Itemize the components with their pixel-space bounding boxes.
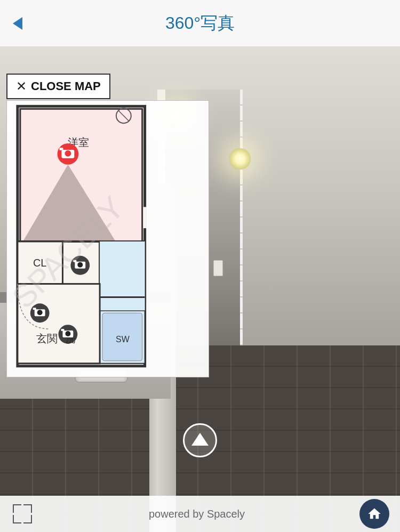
close-map-button[interactable]: ✕ CLOSE MAP [6,74,110,99]
page-title: 360°写真 [165,12,235,35]
expand-corner-bl [13,515,21,523]
ceiling-light-2 [229,148,251,170]
svg-rect-6 [59,148,63,150]
bottom-bar: powered by Spacely [0,496,400,532]
expand-corner-tl [13,504,21,513]
scene-container: ✕ CLOSE MAP 洋室 [0,47,400,532]
camera-laundry[interactable] [58,325,77,344]
close-icon: ✕ [16,79,27,94]
svg-point-34 [65,331,70,336]
expand-corner-tr [23,504,32,513]
floorplan-svg: 洋室 [7,101,209,377]
camera-active[interactable] [58,143,79,165]
expand-button[interactable] [11,502,34,526]
svg-text:SW: SW [116,335,130,344]
svg-text:玄関: 玄関 [36,333,58,344]
header: 360°写真 [0,0,400,47]
home-icon [367,506,382,521]
light-switch [213,260,223,276]
svg-point-5 [65,150,71,157]
svg-rect-35 [61,329,64,331]
svg-point-30 [37,310,43,315]
powered-by-label: powered by Spacely [149,508,245,520]
close-map-label: CLOSE MAP [31,79,101,93]
floorplan-overlay: 洋室 [6,100,209,377]
navigation-arrow[interactable] [183,423,217,457]
expand-corner-br [23,515,32,523]
up-arrow-icon [191,433,209,446]
svg-rect-16 [100,241,145,310]
home-button[interactable] [359,499,389,529]
back-button[interactable] [13,17,22,30]
